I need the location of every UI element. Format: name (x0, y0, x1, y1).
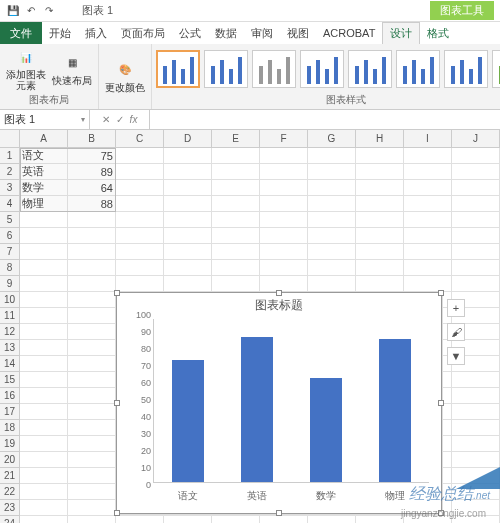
cell[interactable] (356, 212, 404, 227)
cell[interactable] (164, 244, 212, 259)
cell[interactable] (68, 484, 116, 499)
cell[interactable] (260, 244, 308, 259)
cell[interactable]: 英语 (20, 164, 68, 179)
cell[interactable] (452, 468, 500, 483)
col-header-A[interactable]: A (20, 130, 68, 147)
cell[interactable] (308, 228, 356, 243)
cell[interactable] (452, 388, 500, 403)
cell[interactable] (452, 404, 500, 419)
row-header-11[interactable]: 11 (0, 308, 19, 324)
row-header-13[interactable]: 13 (0, 340, 19, 356)
row-header-24[interactable]: 24 (0, 516, 19, 523)
chart-style-2[interactable] (204, 50, 248, 88)
tab-review[interactable]: 审阅 (244, 22, 280, 44)
cell[interactable] (68, 516, 116, 523)
resize-handle-n[interactable] (276, 290, 282, 296)
row-header-17[interactable]: 17 (0, 404, 19, 420)
cell[interactable] (404, 180, 452, 195)
cell[interactable] (356, 180, 404, 195)
cell[interactable] (68, 500, 116, 515)
cell[interactable] (452, 436, 500, 451)
cell[interactable] (20, 228, 68, 243)
undo-icon[interactable]: ↶ (24, 4, 38, 18)
chevron-down-icon[interactable]: ▾ (81, 115, 85, 124)
cell[interactable] (68, 372, 116, 387)
row-header-16[interactable]: 16 (0, 388, 19, 404)
cell[interactable] (452, 148, 500, 163)
resize-handle-nw[interactable] (114, 290, 120, 296)
cell[interactable]: 75 (68, 148, 116, 163)
tab-insert[interactable]: 插入 (78, 22, 114, 44)
cell[interactable] (20, 500, 68, 515)
quick-layout-button[interactable]: ▦ 快速布局 (50, 53, 94, 86)
row-header-12[interactable]: 12 (0, 324, 19, 340)
cell[interactable] (356, 148, 404, 163)
cell[interactable] (260, 260, 308, 275)
cell[interactable] (212, 516, 260, 523)
cell[interactable] (452, 452, 500, 467)
cell[interactable] (164, 276, 212, 291)
cell[interactable] (68, 388, 116, 403)
row-header-10[interactable]: 10 (0, 292, 19, 308)
chart-style-8[interactable] (492, 50, 500, 88)
enter-icon[interactable]: ✓ (116, 114, 124, 125)
resize-handle-se[interactable] (438, 510, 444, 516)
col-header-F[interactable]: F (260, 130, 308, 147)
cell[interactable] (68, 244, 116, 259)
cell[interactable]: 64 (68, 180, 116, 195)
row-header-23[interactable]: 23 (0, 500, 19, 516)
cell[interactable] (20, 388, 68, 403)
resize-handle-w[interactable] (114, 400, 120, 406)
cell[interactable] (116, 196, 164, 211)
cell[interactable] (452, 212, 500, 227)
cell[interactable] (356, 260, 404, 275)
chart-style-6[interactable] (396, 50, 440, 88)
cell[interactable] (68, 308, 116, 323)
cell[interactable] (20, 276, 68, 291)
cell[interactable] (452, 420, 500, 435)
chart-style-7[interactable] (444, 50, 488, 88)
resize-handle-s[interactable] (276, 510, 282, 516)
row-header-20[interactable]: 20 (0, 452, 19, 468)
row-header-14[interactable]: 14 (0, 356, 19, 372)
cell[interactable] (452, 164, 500, 179)
cell[interactable] (116, 212, 164, 227)
tab-formulas[interactable]: 公式 (172, 22, 208, 44)
cell[interactable] (68, 260, 116, 275)
select-all-corner[interactable] (0, 130, 20, 148)
change-colors-button[interactable]: 🎨 更改颜色 (103, 60, 147, 93)
cell[interactable] (20, 484, 68, 499)
cell[interactable] (68, 452, 116, 467)
cell[interactable] (260, 228, 308, 243)
cell[interactable] (20, 436, 68, 451)
row-header-7[interactable]: 7 (0, 244, 19, 260)
cell[interactable] (68, 436, 116, 451)
cell[interactable] (164, 516, 212, 523)
cell[interactable] (452, 244, 500, 259)
redo-icon[interactable]: ↷ (42, 4, 56, 18)
cell[interactable] (116, 148, 164, 163)
chart-style-1[interactable] (156, 50, 200, 88)
cell[interactable] (212, 148, 260, 163)
cell[interactable] (356, 244, 404, 259)
cell[interactable] (404, 244, 452, 259)
cell[interactable] (116, 516, 164, 523)
cell[interactable] (404, 164, 452, 179)
cell[interactable] (452, 484, 500, 499)
chart-bar[interactable] (241, 337, 273, 482)
embedded-chart[interactable]: 图表标题 1009080706050403020100 语文英语数学物理 + 🖌… (116, 292, 442, 514)
cell[interactable] (308, 196, 356, 211)
cell[interactable]: 89 (68, 164, 116, 179)
cell[interactable] (68, 420, 116, 435)
row-header-1[interactable]: 1 (0, 148, 19, 164)
cell[interactable] (116, 276, 164, 291)
col-header-B[interactable]: B (68, 130, 116, 147)
formula-input[interactable] (150, 110, 500, 129)
cell[interactable] (452, 372, 500, 387)
cell[interactable] (20, 452, 68, 467)
resize-handle-e[interactable] (438, 400, 444, 406)
cell[interactable] (404, 148, 452, 163)
cell[interactable] (404, 516, 452, 523)
col-header-H[interactable]: H (356, 130, 404, 147)
cell[interactable] (212, 276, 260, 291)
